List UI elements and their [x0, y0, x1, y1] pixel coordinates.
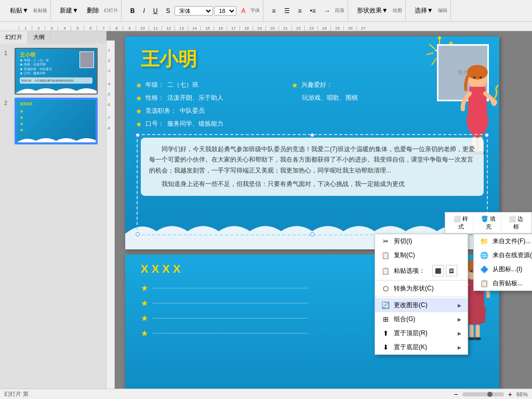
ruler-mark: 4	[58, 26, 71, 31]
fill-button[interactable]: 🪣 填充	[476, 214, 501, 232]
paragraph-group: ≡ ☰ ≡ •≡ → 段落	[265, 0, 348, 21]
ruler-mark: 8	[110, 26, 123, 31]
sub-from-online[interactable]: 🌐 来自在线资源(O)...	[474, 248, 532, 262]
ctx-copy-label: 复制(C)	[394, 251, 415, 260]
ctx-group-label: 组合(G)	[394, 315, 415, 324]
style-button[interactable]: ⬜ 样式	[448, 214, 474, 232]
bring-front-icon: ⬆	[381, 329, 390, 338]
ruler-mark: 26	[343, 26, 356, 31]
select-button[interactable]: 选择▼	[411, 5, 437, 17]
star-4: ★	[136, 120, 142, 128]
paste-button[interactable]: 粘贴▼	[6, 5, 32, 17]
font-family-dropdown[interactable]: 宋体 黑体 微软雅黑	[175, 6, 213, 16]
slide2-name: XXXX	[141, 262, 184, 276]
student-name: 王小明	[141, 47, 197, 72]
tab-outline[interactable]: 大纲	[28, 31, 50, 44]
align-left-button[interactable]: ≡	[269, 6, 280, 16]
slide-number-1: 1	[4, 48, 11, 95]
ctx-bring-front[interactable]: ⬆ 置于顶层(R) ▶	[375, 326, 468, 340]
bring-front-arrow: ▶	[458, 331, 461, 336]
border-button[interactable]: ⬜ 边框	[503, 214, 528, 232]
hobbies-label: 兴趣爱好：	[301, 81, 332, 89]
ctx-copy[interactable]: 📋 复制(C)	[375, 248, 468, 262]
slide2-star-3: ★	[141, 313, 148, 323]
sub-from-clipboard[interactable]: 📋 自剪贴板...	[474, 276, 532, 290]
ruler-mark: 23	[304, 26, 317, 31]
ctx-cut-label: 剪切(I)	[394, 237, 412, 246]
copy-icon: 📋	[381, 251, 390, 260]
speech-para1: 同学们好，今天我鼓起勇气参加班级中队委员的竞选！我爱二(7)班这个温暖的集体，也…	[149, 144, 475, 176]
delete-slide-button[interactable]: 删除	[83, 5, 103, 17]
personality-value: 活泼开朗、乐于助人	[167, 94, 223, 102]
thumb1-content: 王小明 ★ 年级：二（七）班★ 性格：活泼开朗★ 竞选职务：中队委员★ 口号：服…	[16, 49, 97, 94]
paste-picture[interactable]: 🖼	[446, 265, 457, 276]
slide2-star-2: ★	[141, 298, 148, 308]
ctx-convert-shape[interactable]: ⬡ 转换为形状(C)	[375, 282, 468, 296]
ruler-mark: 13	[175, 26, 188, 31]
slide-thumb-2[interactable]: XXXX ★ ★ ★ ★	[15, 98, 98, 144]
zoom-out-button[interactable]: −	[454, 390, 458, 398]
ctx-bring-front-label: 置于顶层(R)	[394, 329, 428, 338]
sub-from-icon[interactable]: 🔷 从图标...(I)	[474, 262, 532, 276]
sub-from-file-label: 来自文件(F)...	[493, 237, 530, 246]
ctx-change-image-label: 更改图形(C)	[394, 301, 428, 310]
cut-icon: ✂	[381, 237, 390, 246]
thumb-info: ★ 年级：二（七）班★ 性格：活泼开朗★ 竞选职务：中队委员★ 口号：服务同学	[20, 58, 81, 76]
edit-group-label: 编辑	[438, 7, 447, 14]
slide2-star-4: ★	[141, 328, 148, 338]
ctx-change-image[interactable]: 🔄 更改图形(C) ▶	[375, 298, 468, 312]
ctx-send-back[interactable]: ⬇ 置于底层(K) ▶	[375, 340, 468, 354]
sub-from-file[interactable]: 📁 来自文件(F)...	[474, 234, 532, 248]
zoom-in-button[interactable]: +	[508, 390, 512, 398]
thumb-speech: 同学们好，今天我鼓起勇气参加班级中队委员...	[20, 77, 92, 84]
sub-from-online-label: 来自在线资源(O)...	[493, 251, 532, 260]
strikethrough-button[interactable]: S	[162, 6, 174, 16]
ruler-top: 1 2 3 4 5 6 7 8 9 10 11 12 13 14 15 16 1…	[0, 22, 532, 31]
slide-area: -1 -2 -3 -4 -5 -6 -7 -8 ✦	[107, 31, 532, 389]
slide-thumb-1[interactable]: 王小明 ★ 年级：二（七）班★ 性格：活泼开朗★ 竞选职务：中队委员★ 口号：服…	[15, 48, 98, 95]
convert-icon: ⬡	[381, 285, 390, 293]
font-size-dropdown[interactable]: 182436	[214, 6, 236, 16]
vruler-1: -1	[107, 48, 110, 52]
hobbies-value-row: 玩游戏、唱歌、围棋	[302, 94, 358, 102]
bullet-list-button[interactable]: •≡	[307, 6, 320, 16]
hobbies-section: ★ 兴趣爱好： 玩游戏、唱歌、围棋	[291, 81, 358, 104]
ctx-group[interactable]: ⊞ 组合(G) ▶	[375, 312, 468, 326]
underline-button[interactable]: U	[150, 6, 162, 16]
svg-point-29	[474, 337, 482, 340]
italic-button[interactable]: I	[139, 6, 148, 16]
vruler-3: -3	[107, 69, 110, 73]
vruler-6: -6	[107, 103, 110, 107]
zoom-slider[interactable]	[462, 392, 504, 396]
shape-effect-button[interactable]: 形状效果▼	[353, 5, 392, 17]
personality-row: ★ 性格： 活泼开朗、乐于助人	[136, 94, 223, 102]
slide-thumbnail-area[interactable]: 1 王小明 ★ 年级：二（七）班★ 性格：活泼开朗★ 竞选职务：中队委员★ 口号…	[0, 44, 106, 389]
new-slide-button[interactable]: 新建▼	[56, 5, 82, 17]
slide2-line-3	[152, 318, 308, 318]
grade-value: 二（七）班	[167, 81, 198, 89]
align-center-button[interactable]: ☰	[281, 6, 294, 16]
ctx-cut[interactable]: ✂ 剪切(I)	[375, 234, 468, 248]
slide-viewport[interactable]: ✦	[115, 31, 532, 389]
zoom-thumb[interactable]	[487, 392, 493, 397]
star-2: ★	[136, 94, 142, 102]
ruler-mark: 2	[32, 26, 45, 31]
paste-keep-source[interactable]: ⬛	[432, 265, 444, 276]
star-1: ★	[136, 81, 142, 89]
ruler-mark: 27	[356, 26, 369, 31]
indent-increase-button[interactable]: →	[321, 6, 334, 16]
font-color-button[interactable]: A	[237, 6, 249, 16]
svg-point-15	[480, 76, 482, 78]
vruler-2: -2	[107, 59, 110, 62]
align-right-button[interactable]: ≡	[295, 6, 305, 16]
svg-rect-27	[476, 325, 480, 338]
slide2-row-1: ★	[141, 283, 308, 293]
ctx-convert-label: 转换为形状(C)	[394, 284, 434, 293]
slide-thumb-2-wrapper: 2 XXXX ★ ★ ★ ★	[4, 98, 102, 144]
slide-1[interactable]: ✦	[125, 36, 499, 249]
tab-slides[interactable]: 幻灯片	[0, 31, 28, 44]
group-arrow: ▶	[458, 317, 461, 322]
ctx-send-back-label: 置于底层(K)	[394, 343, 427, 352]
bold-button[interactable]: B	[127, 6, 139, 16]
personality-label: 性格：	[145, 94, 164, 102]
